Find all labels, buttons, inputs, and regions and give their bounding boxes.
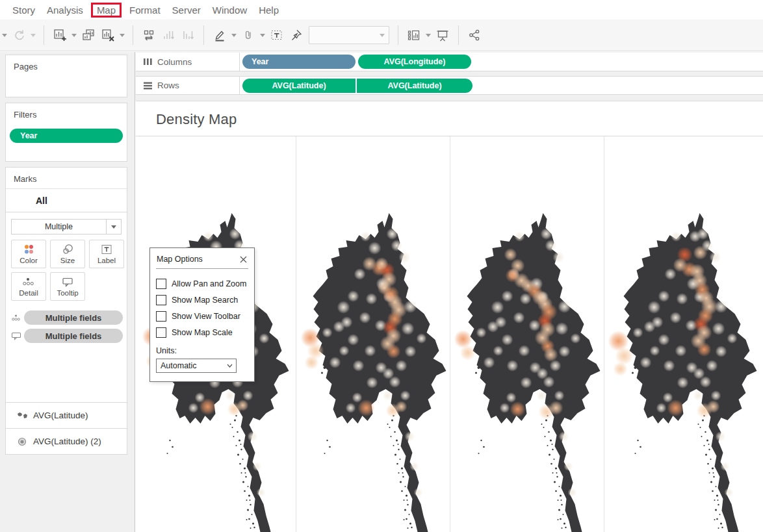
new-worksheet-caret[interactable] (70, 25, 79, 45)
tableau-window: { "menu": { "items": ["Story", "Analysis… (0, 0, 763, 532)
density-map-2 (296, 136, 450, 532)
show-mark-labels-icon[interactable] (267, 25, 287, 45)
toolbar-separator (133, 25, 133, 45)
mark-type-value: Multiple (12, 220, 106, 234)
toolbar-separator (203, 25, 204, 45)
duplicate-sheet-icon[interactable] (79, 25, 98, 45)
highlighter-icon[interactable] (210, 25, 229, 45)
detail-button[interactable]: Detail (11, 272, 46, 301)
toolbar-separator (44, 25, 44, 45)
sort-descending-icon[interactable] (178, 25, 198, 45)
presentation-mode-icon[interactable] (433, 25, 452, 45)
menu-format[interactable]: Format (123, 3, 166, 17)
marks-title: Marks (6, 168, 127, 184)
menu-bar: Story Analysis Map Format Server Window … (0, 0, 763, 19)
marks-layer-avg-latitude-2[interactable]: AVG(Latitude) (2) (6, 428, 127, 454)
dropdown-caret[interactable] (0, 25, 9, 45)
menu-map[interactable]: Map (91, 3, 122, 18)
checkbox-show-view-toolbar[interactable]: Show View Toolbar (156, 311, 248, 322)
map-layer-icon (14, 411, 31, 420)
redo-caret[interactable] (29, 25, 38, 45)
density-map-3 (450, 136, 604, 532)
marks-layer-avg-latitude[interactable]: AVG(Latitude) (6, 402, 127, 428)
tooltip-button[interactable]: Tooltip (50, 272, 85, 301)
filters-card[interactable]: Filters Year (5, 103, 127, 162)
units-select[interactable]: Automatic (156, 359, 237, 373)
rows-pill-avg-latitude-2[interactable]: AVG(Latitude) (357, 79, 472, 93)
dialog-title: Map Options (157, 255, 203, 264)
toolbar (0, 19, 763, 51)
left-sidebar: Pages Filters Year Marks All Multiple Co… (0, 52, 135, 532)
view-title: Density Map (136, 101, 763, 136)
show-me-caret[interactable] (424, 25, 433, 45)
detail-icon (8, 314, 24, 322)
columns-icon (144, 58, 152, 66)
fit-selector-combobox[interactable] (309, 26, 389, 44)
mark-type-dropdown[interactable]: Multiple (11, 219, 122, 234)
checkbox-icon[interactable] (156, 311, 166, 322)
menu-window[interactable]: Window (207, 3, 253, 17)
density-map-4 (607, 136, 761, 532)
map-panel-2[interactable] (296, 136, 450, 532)
sort-ascending-icon[interactable] (159, 25, 178, 45)
toolbar-separator (398, 25, 398, 45)
rows-shelf-label: Rows (136, 77, 240, 94)
marks-tab-all[interactable]: All (6, 189, 127, 212)
redo-icon[interactable] (9, 25, 29, 45)
map-options-dialog: Map Options Allow Pan and Zoom Show Map … (149, 247, 255, 382)
rows-shelf[interactable]: Rows AVG(Latitude) AVG(Latitude) (136, 76, 763, 95)
clear-sheet-caret[interactable] (118, 25, 127, 45)
map-panel-4[interactable] (604, 136, 763, 532)
swap-rows-columns-icon[interactable] (139, 25, 159, 45)
columns-pill-avg-longitude[interactable]: AVG(Longitude) (358, 55, 471, 69)
label-icon (100, 244, 113, 255)
tooltip-icon (61, 276, 74, 288)
filter-pill-year[interactable]: Year (10, 129, 123, 143)
rows-icon (144, 82, 152, 90)
chevron-down-icon[interactable] (106, 220, 121, 234)
menu-analysis[interactable]: Analysis (41, 3, 89, 17)
paperclip-caret[interactable] (258, 25, 267, 45)
toolbar-separator (458, 25, 459, 45)
units-value: Automatic (161, 361, 197, 370)
filters-title: Filters (6, 103, 127, 120)
columns-shelf-label: Columns (136, 53, 240, 71)
checkbox-icon[interactable] (156, 279, 166, 289)
map-panel-3[interactable] (450, 136, 604, 532)
new-worksheet-icon[interactable] (50, 25, 70, 45)
units-label: Units: (156, 346, 254, 355)
columns-shelf[interactable]: Columns Year AVG(Longitude) (136, 53, 763, 71)
chevron-down-icon (227, 364, 233, 368)
tooltip-icon (8, 332, 24, 340)
checkbox-icon[interactable] (156, 295, 166, 305)
size-button[interactable]: Size (50, 240, 85, 268)
color-icon (22, 244, 35, 255)
menu-server[interactable]: Server (166, 3, 207, 17)
menu-story[interactable]: Story (6, 3, 41, 17)
menu-help[interactable]: Help (253, 3, 285, 17)
checkbox-show-map-scale[interactable]: Show Map Scale (156, 327, 248, 338)
pages-title: Pages (6, 55, 127, 71)
columns-pill-year[interactable]: Year (242, 55, 356, 69)
show-me-icon[interactable] (404, 25, 424, 45)
share-icon[interactable] (465, 25, 484, 45)
pages-card[interactable]: Pages (5, 55, 127, 97)
detail-field-pill[interactable]: Multiple fields (24, 310, 123, 325)
checkbox-allow-pan-zoom[interactable]: Allow Pan and Zoom (156, 279, 248, 289)
checkbox-icon[interactable] (156, 327, 166, 338)
paperclip-icon[interactable] (239, 25, 258, 45)
tooltip-field-pill[interactable]: Multiple fields (24, 329, 123, 343)
close-icon[interactable] (239, 255, 248, 264)
circle-mark-icon (14, 437, 31, 446)
highlighter-caret[interactable] (229, 25, 239, 45)
clear-sheet-icon[interactable] (98, 25, 118, 45)
marks-card: Marks All Multiple Color Size (5, 167, 127, 455)
rows-pill-avg-latitude[interactable]: AVG(Latitude) (242, 79, 356, 93)
color-button[interactable]: Color (11, 240, 46, 268)
fix-axes-pin-icon[interactable] (287, 25, 306, 45)
checkbox-show-map-search[interactable]: Show Map Search (156, 295, 248, 305)
size-icon (61, 244, 74, 255)
label-button[interactable]: Label (89, 240, 124, 268)
detail-icon (21, 276, 36, 288)
